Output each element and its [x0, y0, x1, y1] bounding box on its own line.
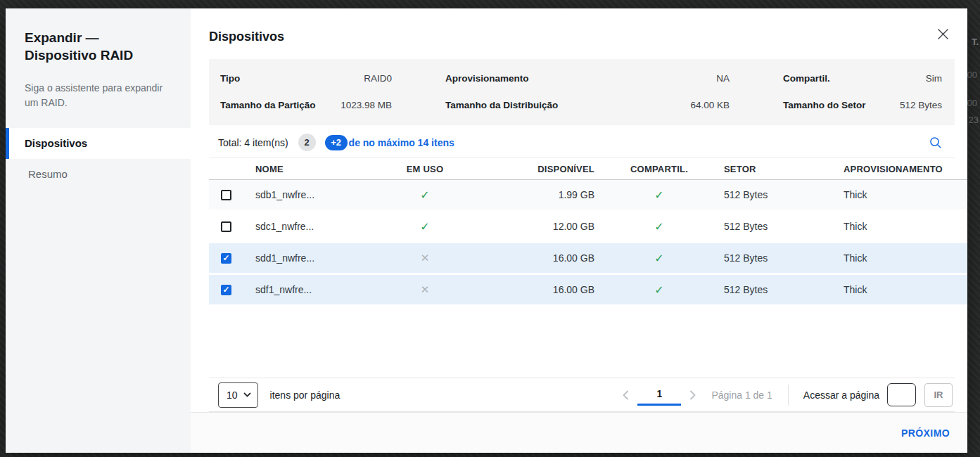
dialog-footer: PRÓXIMO	[191, 412, 967, 453]
search-icon[interactable]	[927, 134, 945, 152]
sector-value: 512 Bytes	[724, 284, 844, 295]
provisioning-value: Thick	[844, 189, 967, 200]
summary-label: Tamanho da Distribuição	[445, 100, 558, 110]
summary-label: Aprovisionamento	[445, 73, 529, 84]
available-value: 12.00 GB	[478, 221, 594, 232]
wizard-subtitle: Siga o assistente para expandir um RAID.	[6, 64, 191, 110]
close-icon[interactable]	[934, 25, 952, 43]
wizard-sidebar: Expandir — Dispositivo RAID Siga o assis…	[6, 8, 191, 453]
wizard-step-resumo[interactable]: Resumo	[6, 159, 191, 190]
expand-raid-dialog: Expandir — Dispositivo RAID Siga o assis…	[6, 8, 967, 453]
row-checkbox[interactable]	[221, 285, 231, 295]
wizard-title: Expandir — Dispositivo RAID	[6, 8, 191, 64]
device-name: sdc1_nwfre...	[255, 221, 372, 232]
page-size-value: 10	[227, 390, 238, 401]
wizard-step-label: Dispositivos	[25, 137, 87, 149]
row-checkbox[interactable]	[221, 221, 231, 232]
column-header-aprovisionamento: APROVISIONAMENTO	[844, 164, 967, 174]
summary-value: NA	[706, 73, 730, 84]
device-name: sdd1_nwfre...	[255, 252, 372, 264]
chevron-down-icon	[243, 392, 251, 397]
shared-icon: ✓	[654, 252, 663, 264]
in-use-icon: ✕	[421, 252, 430, 264]
summary-value: 64.00 KB	[680, 100, 730, 110]
page-size-select[interactable]: 10	[218, 382, 258, 408]
wizard-steps: Dispositivos Resumo	[6, 128, 191, 190]
summary-label: Tamanho do Setor	[783, 100, 866, 110]
table-toolbar: Total: 4 item(ns) 2 +2 de no máximo 14 i…	[209, 127, 955, 158]
summary-value: Sim	[916, 73, 942, 84]
backdrop-text-fragment: 00	[967, 70, 977, 80]
divider	[788, 385, 789, 406]
column-header-disponivel: DISPONÍVEL	[478, 164, 594, 174]
page-title: Dispositivos	[209, 30, 284, 44]
summary-label: Compartil.	[783, 73, 830, 84]
sector-value: 512 Bytes	[724, 221, 844, 232]
raid-summary: Tipo RAID0 Aprovisionamento NA Compartil…	[209, 59, 955, 125]
sector-value: 512 Bytes	[724, 189, 844, 200]
row-checkbox[interactable]	[221, 253, 231, 264]
row-checkbox[interactable]	[221, 190, 231, 200]
table-row[interactable]: sdd1_nwfre... ✕ 16.00 GB ✓ 512 Bytes Thi…	[209, 243, 967, 275]
in-use-icon: ✓	[420, 189, 429, 201]
dimmed-backdrop: T. 00 00 23 Expandir — Dispositivo RAID …	[0, 0, 980, 457]
added-count-badge: +2	[325, 135, 348, 150]
go-button[interactable]: IR	[924, 383, 953, 407]
provisioning-value: Thick	[844, 284, 967, 295]
summary-value: 512 Bytes	[890, 100, 942, 110]
device-name: sdb1_nwfre...	[255, 189, 372, 200]
summary-label: Tamanho da Partição	[220, 100, 316, 110]
shared-icon: ✓	[654, 284, 663, 296]
device-name: sdf1_nwfre...	[255, 284, 372, 295]
backdrop-text-fragment: 00	[967, 98, 977, 108]
selected-count-badge: 2	[298, 134, 316, 151]
table-row[interactable]: sdf1_nwfre... ✕ 16.00 GB ✓ 512 Bytes Thi…	[209, 275, 967, 307]
table-row[interactable]: sdc1_nwfre... ✓ 12.00 GB ✓ 512 Bytes Thi…	[209, 212, 967, 243]
go-to-page-label: Acessar a página	[803, 390, 879, 401]
backdrop-text-fragment: T.	[972, 37, 979, 47]
devices-panel: Dispositivos Tipo RAID0 Aprovisionamento	[191, 8, 967, 453]
current-page[interactable]: 1	[637, 388, 681, 406]
next-page-icon[interactable]	[685, 386, 700, 404]
device-table: NOME EM USO DISPONÍVEL COMPARTIL. SETOR …	[209, 158, 967, 307]
previous-page-icon[interactable]	[618, 386, 633, 404]
next-button[interactable]: PRÓXIMO	[894, 422, 957, 444]
table-row[interactable]: sdb1_nwfre... ✓ 1.99 GB ✓ 512 Bytes Thic…	[209, 180, 967, 212]
column-header-setor: SETOR	[724, 164, 844, 174]
summary-value: 1023.98 MB	[331, 100, 392, 110]
column-header-em-uso: EM USO	[372, 164, 478, 174]
items-per-page-label: itens por página	[270, 390, 341, 401]
available-value: 1.99 GB	[478, 189, 594, 200]
page-info-text: Página 1 de 1	[711, 390, 772, 401]
summary-label: Tipo	[220, 73, 240, 84]
backdrop-text-fragment: 23	[969, 115, 979, 125]
go-to-page-input[interactable]	[887, 383, 916, 406]
available-value: 16.00 GB	[478, 252, 594, 264]
column-header-compartil: COMPARTIL.	[594, 164, 724, 174]
total-items-text: Total: 4 item(ns)	[218, 137, 288, 148]
in-use-icon: ✕	[421, 283, 430, 295]
wizard-step-label: Resumo	[28, 168, 68, 180]
available-value: 16.00 GB	[478, 284, 594, 295]
in-use-icon: ✓	[420, 221, 429, 233]
shared-icon: ✓	[654, 189, 663, 201]
summary-value: RAID0	[354, 73, 392, 84]
sector-value: 512 Bytes	[724, 252, 844, 264]
provisioning-value: Thick	[844, 252, 967, 264]
column-header-nome: NOME	[255, 164, 372, 174]
device-table-body: sdb1_nwfre... ✓ 1.99 GB ✓ 512 Bytes Thic…	[209, 180, 967, 307]
max-items-text: de no máximo 14 itens	[349, 137, 454, 148]
wizard-step-dispositivos[interactable]: Dispositivos	[6, 128, 191, 159]
provisioning-value: Thick	[844, 221, 967, 232]
shared-icon: ✓	[654, 221, 663, 233]
pagination-bar: 10 itens por página 1 Página 1 de 1	[209, 378, 955, 412]
device-table-header: NOME EM USO DISPONÍVEL COMPARTIL. SETOR …	[209, 158, 967, 180]
